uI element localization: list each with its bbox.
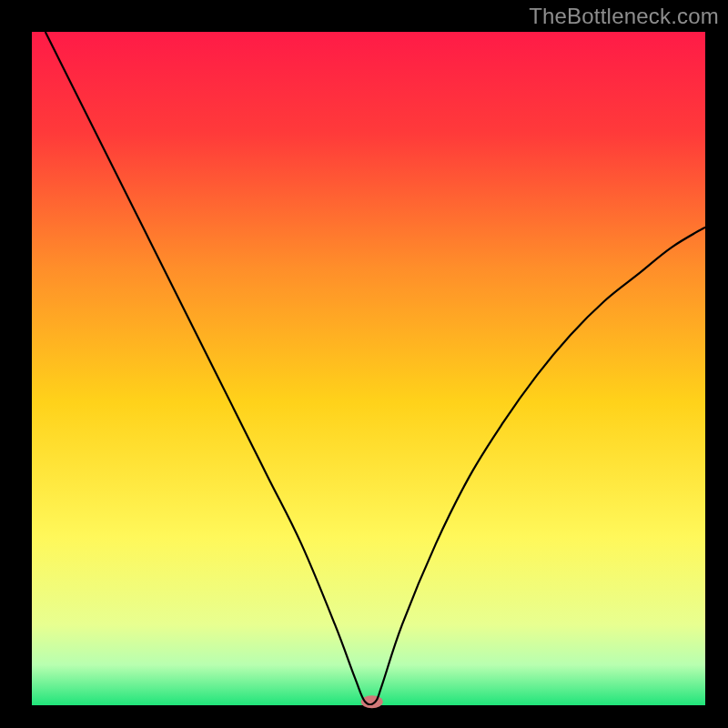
plot-background-gradient <box>32 32 705 705</box>
chart-container: TheBottleneck.com <box>0 0 728 728</box>
bottleneck-chart <box>0 0 728 728</box>
watermark-text: TheBottleneck.com <box>529 4 719 29</box>
